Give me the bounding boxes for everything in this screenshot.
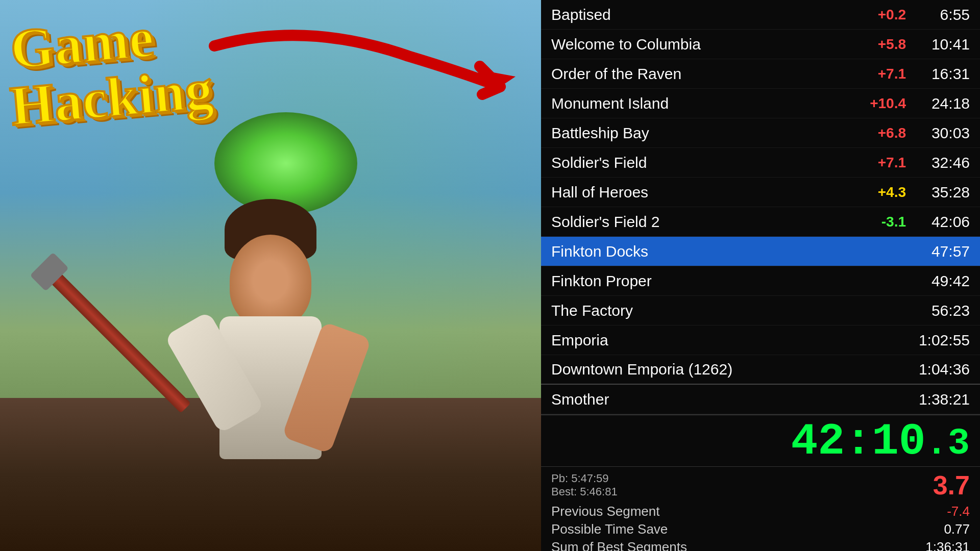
red-arrow <box>204 15 536 107</box>
possible-time-save-row: Possible Time Save 0.77 <box>551 520 970 538</box>
stats-left: Pb: 5:47:59 Best: 5:46:81 <box>551 472 618 498</box>
split-row: Baptised+0.26:55 <box>541 0 980 30</box>
previous-segment-label: Previous Segment <box>551 504 659 519</box>
split-diff: +0.2 <box>860 7 906 23</box>
possible-time-save-label: Possible Time Save <box>551 521 668 537</box>
split-diff: -3.1 <box>860 214 906 230</box>
split-row: Welcome to Columbia+5.810:41 <box>541 30 980 59</box>
char-head <box>230 235 311 327</box>
split-diff: +6.8 <box>860 125 906 141</box>
split-time: 24:18 <box>914 95 970 112</box>
split-name: Finkton Docks <box>551 243 860 260</box>
split-time: 30:03 <box>914 124 970 142</box>
split-diff: +7.1 <box>860 155 906 171</box>
timer-decimal: .3 <box>926 423 970 465</box>
previous-segment-value: -7.4 <box>947 504 970 519</box>
main-timer: 42:10.3 <box>551 419 970 464</box>
split-time: 49:42 <box>914 272 970 290</box>
split-name: The Factory <box>551 302 860 319</box>
game-title: Game Hacking <box>10 10 213 129</box>
split-time: 1:02:55 <box>914 332 970 349</box>
split-name: Monument Island <box>551 95 860 112</box>
stats-section: Pb: 5:47:59 Best: 5:46:81 3.7 Previous S… <box>541 466 980 551</box>
split-diff: +10.4 <box>860 95 906 112</box>
split-row: Monument Island+10.424:18 <box>541 89 980 118</box>
timer-value: 42:10 <box>791 416 926 467</box>
split-row: Soldier's Field+7.132:46 <box>541 148 980 178</box>
split-diff: +4.3 <box>860 184 906 201</box>
split-name: Order of the Raven <box>551 65 860 83</box>
split-name: Battleship Bay <box>551 124 860 142</box>
split-row: Emporia1:02:55 <box>541 325 980 355</box>
split-name: Smother <box>551 391 860 408</box>
split-diff: +5.8 <box>860 36 906 53</box>
split-time: 35:28 <box>914 184 970 201</box>
split-time: 32:46 <box>914 154 970 171</box>
split-name: Welcome to Columbia <box>551 36 860 53</box>
stats-pb: Pb: 5:47:59 <box>551 472 618 485</box>
game-area: Game Hacking <box>0 0 541 551</box>
split-name: Baptised <box>551 6 860 23</box>
split-name: Soldier's Field <box>551 154 860 171</box>
split-time: 1:38:21 <box>914 391 970 408</box>
split-time: 6:55 <box>914 6 970 23</box>
stats-best: Best: 5:46:81 <box>551 485 618 498</box>
split-row: Soldier's Field 2-3.142:06 <box>541 207 980 237</box>
split-time: 1:04:36 <box>914 361 970 378</box>
split-row: Finkton Docks47:57 <box>541 237 980 266</box>
split-row: Battleship Bay+6.830:03 <box>541 118 980 148</box>
stats-segment-diff: 3.7 <box>933 470 970 500</box>
previous-segment-row: Previous Segment -7.4 <box>551 503 970 520</box>
split-row: Hall of Heroes+4.335:28 <box>541 178 980 207</box>
split-name: Hall of Heroes <box>551 184 860 201</box>
split-name: Finkton Proper <box>551 272 860 290</box>
split-row: The Factory56:23 <box>541 296 980 325</box>
split-row: Downtown Emporia (1262)1:04:36 <box>541 355 980 385</box>
split-time: 16:31 <box>914 65 970 83</box>
sum-of-best-row: Sum of Best Segments 1:36:31 <box>551 538 970 551</box>
game-character <box>153 153 408 510</box>
split-row: Finkton Proper49:42 <box>541 266 980 296</box>
split-row: Order of the Raven+7.116:31 <box>541 59 980 89</box>
split-diff: +7.1 <box>860 66 906 82</box>
split-time: 56:23 <box>914 302 970 319</box>
main-timer-section: 42:10.3 <box>541 414 980 466</box>
splits-list: Baptised+0.26:55Welcome to Columbia+5.81… <box>541 0 980 414</box>
split-name: Emporia <box>551 332 860 349</box>
sum-of-best-label: Sum of Best Segments <box>551 539 687 551</box>
stats-pb-row: Pb: 5:47:59 Best: 5:46:81 3.7 <box>551 470 970 500</box>
possible-time-save-value: 0.77 <box>944 521 970 537</box>
split-row: Smother1:38:21 <box>541 385 980 414</box>
split-name: Soldier's Field 2 <box>551 213 860 231</box>
sum-of-best-value: 1:36:31 <box>925 539 970 551</box>
split-name: Downtown Emporia (1262) <box>551 361 860 378</box>
split-time: 42:06 <box>914 213 970 231</box>
split-time: 10:41 <box>914 36 970 53</box>
char-body <box>179 179 357 510</box>
timer-panel: Baptised+0.26:55Welcome to Columbia+5.81… <box>541 0 980 551</box>
split-time: 47:57 <box>914 243 970 260</box>
